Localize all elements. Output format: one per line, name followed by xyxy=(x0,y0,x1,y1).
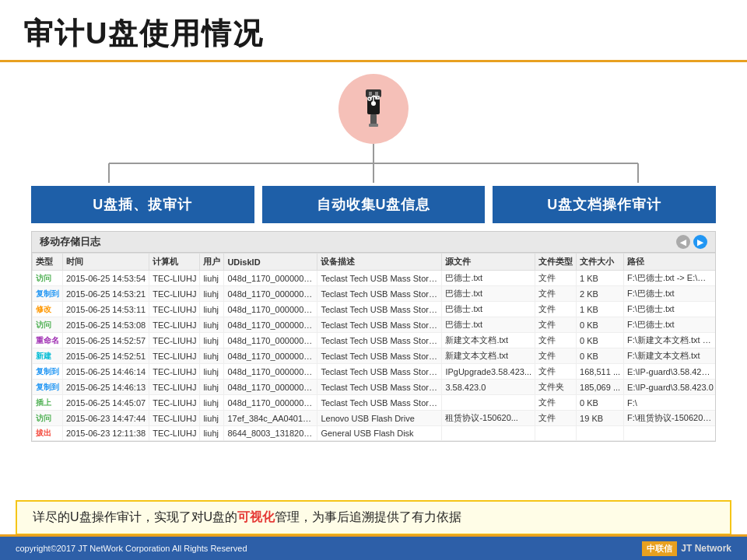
cell-3: liuhj xyxy=(200,395,224,411)
bottom-text-suffix: 管理，为事后追溯提供了有力依据 xyxy=(275,510,461,523)
cell-9: F:\巴德士.txt -> E:\出差d... xyxy=(624,271,715,286)
cell-6: 巴德士.txt xyxy=(442,317,535,333)
cell-2: TEC-LIUHJ xyxy=(149,333,200,348)
table-nav-left[interactable]: ◀ xyxy=(676,235,690,249)
cell-6: 3.58.423.0 xyxy=(442,380,535,395)
col-source-file: 源文件 xyxy=(442,254,535,271)
cell-5: Teclast Tech USB Mass Storage Device xyxy=(317,395,442,411)
cell-8: 168,511 ... xyxy=(577,364,624,380)
cell-7: 文件 xyxy=(535,317,577,333)
cell-type: 访问 xyxy=(33,411,63,426)
cell-3: liuhj xyxy=(200,271,224,286)
cell-type: 修改 xyxy=(33,302,63,317)
table-title: 移动存储日志 xyxy=(40,235,100,249)
cell-4: 048d_1170_00000000B7CAA1B xyxy=(224,395,317,411)
cell-8: 0 KB xyxy=(577,317,624,333)
cell-5: Teclast Tech USB Mass Storage Device xyxy=(317,286,442,302)
cell-8: 0 KB xyxy=(577,333,624,348)
cell-7: 文件夹 xyxy=(535,380,577,395)
boxes-row: U盘插、拔审计 自动收集U盘信息 U盘文档操作审计 xyxy=(31,186,716,223)
cell-9: F:\租赁协议-150620.doc xyxy=(624,411,715,426)
usb-icon-circle xyxy=(338,74,409,144)
cell-2: TEC-LIUHJ xyxy=(149,271,200,286)
cell-5: General USB Flash Disk xyxy=(317,426,442,441)
cell-2: TEC-LIUHJ xyxy=(149,317,200,333)
cell-type: 重命名 xyxy=(33,333,63,348)
cell-type: 插上 xyxy=(33,395,63,411)
log-table-wrapper: 移动存储日志 ◀ ▶ 类型 时间 计算机 用户 UDiskID xyxy=(31,231,716,442)
cell-5: Teclast Tech USB Mass Storage Device xyxy=(317,380,442,395)
cell-1: 2015-06-25 14:53:08 xyxy=(63,317,149,333)
cell-7 xyxy=(535,426,577,441)
col-udiskid: UDiskID xyxy=(224,254,317,271)
cell-8: 185,069 ... xyxy=(577,380,624,395)
svg-rect-4 xyxy=(370,114,377,125)
cell-5: Teclast Tech USB Mass Storage Device xyxy=(317,348,442,364)
cell-6: 租赁协议-150620... xyxy=(442,411,535,426)
cell-5: Teclast Tech USB Mass Storage Device xyxy=(317,271,442,286)
col-type: 类型 xyxy=(33,254,63,271)
cell-8: 1 KB xyxy=(577,271,624,286)
cell-9: F:\新建文本文档.txt -> F:... xyxy=(624,333,715,348)
cell-2: TEC-LIUHJ xyxy=(149,286,200,302)
cell-4: 048d_1170_00000000B7CAA1B xyxy=(224,380,317,395)
cell-5: Teclast Tech USB Mass Storage Device xyxy=(317,317,442,333)
svg-point-6 xyxy=(371,101,376,106)
cell-8: 2 KB xyxy=(577,286,624,302)
cell-5: Teclast Tech USB Mass Storage Device xyxy=(317,364,442,380)
cell-2: TEC-LIUHJ xyxy=(149,395,200,411)
svg-rect-2 xyxy=(369,92,372,96)
cell-7: 文件 xyxy=(535,395,577,411)
cell-1: 2015-06-25 14:45:07 xyxy=(63,395,149,411)
cell-9: F:\新建文本文档.txt xyxy=(624,348,715,364)
cell-type: 复制到 xyxy=(33,380,63,395)
cell-1: 2015-06-23 12:11:38 xyxy=(63,426,149,441)
cell-3: liuhj xyxy=(200,333,224,348)
cell-3: liuhj xyxy=(200,426,224,441)
cell-3: liuhj xyxy=(200,317,224,333)
cell-type: 拔出 xyxy=(33,426,63,441)
cell-4: 048d_1170_00000000B7CAA1B xyxy=(224,333,317,348)
usb-icon xyxy=(358,88,389,131)
table-row: 访问2015-06-23 14:47:44TEC-LIUHJliuhj17ef_… xyxy=(33,411,716,426)
logo-text: 中联信 xyxy=(647,544,672,553)
table-row: 修改2015-06-25 14:53:11TEC-LIUHJliuhj048d_… xyxy=(33,302,716,317)
cell-7: 文件 xyxy=(535,286,577,302)
cell-8: 0 KB xyxy=(577,348,624,364)
cell-6: 巴德士.txt xyxy=(442,271,535,286)
table-nav-icons[interactable]: ◀ ▶ xyxy=(676,235,707,249)
cell-2: TEC-LIUHJ xyxy=(149,411,200,426)
cell-1: 2015-06-25 14:53:21 xyxy=(63,286,149,302)
cell-9: E:\IP-guard\3.58.423.0 xyxy=(624,380,715,395)
cell-3: liuhj xyxy=(200,348,224,364)
cell-5: Teclast Tech USB Mass Storage Device xyxy=(317,333,442,348)
cell-6: 新建文本文档.txt xyxy=(442,333,535,348)
feature-box-1: U盘插、拔审计 xyxy=(31,186,254,223)
cell-6: 巴德士.txt xyxy=(442,302,535,317)
footer-logo: 中联信 JT Network xyxy=(642,541,731,556)
cell-2: TEC-LIUHJ xyxy=(149,302,200,317)
cell-9: F:\巴德士.txt xyxy=(624,302,715,317)
cell-1: 2015-06-25 14:53:11 xyxy=(63,302,149,317)
cell-3: liuhj xyxy=(200,302,224,317)
diagram-area: U盘插、拔审计 自动收集U盘信息 U盘文档操作审计 移动存储日志 ◀ ▶ 类型 xyxy=(31,74,716,442)
svg-rect-5 xyxy=(369,124,378,127)
cell-5: Lenovo USB Flash Drive xyxy=(317,411,442,426)
cell-4: 17ef_384c_AA04012700008095 xyxy=(224,411,317,426)
cell-2: TEC-LIUHJ xyxy=(149,364,200,380)
cell-9: F:\ xyxy=(624,395,715,411)
cell-1: 2015-06-25 14:46:14 xyxy=(63,364,149,380)
cell-8: 19 KB xyxy=(577,411,624,426)
table-nav-right[interactable]: ▶ xyxy=(693,235,707,249)
cell-6 xyxy=(442,426,535,441)
feature-box-3: U盘文档操作审计 xyxy=(493,186,716,223)
table-title-bar: 移动存储日志 ◀ ▶ xyxy=(32,232,715,253)
log-table: 类型 时间 计算机 用户 UDiskID 设备描述 源文件 文件类型 文件大小 … xyxy=(32,253,715,441)
main-content: U盘插、拔审计 自动收集U盘信息 U盘文档操作审计 移动存储日志 ◀ ▶ 类型 xyxy=(0,62,747,442)
cell-type: 访问 xyxy=(33,271,63,286)
table-row: 访问2015-06-25 14:53:08TEC-LIUHJliuhj048d_… xyxy=(33,317,716,333)
table-row: 访问2015-06-25 14:53:54TEC-LIUHJliuhj048d_… xyxy=(33,271,716,286)
col-device-desc: 设备描述 xyxy=(317,254,442,271)
table-row: 插上2015-06-25 14:45:07TEC-LIUHJliuhj048d_… xyxy=(33,395,716,411)
table-row: 复制到2015-06-25 14:53:21TEC-LIUHJliuhj048d… xyxy=(33,286,716,302)
